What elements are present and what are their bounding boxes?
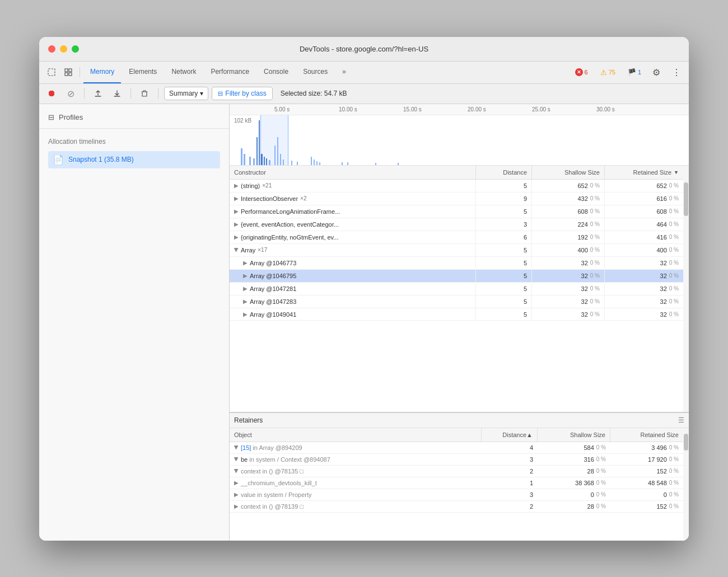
scrollbar-thumb[interactable] [684,434,688,451]
expand-icon[interactable]: ▶ [243,285,248,292]
expand-icon[interactable]: ▶ [234,221,239,227]
td-distance: 5 [476,283,532,295]
table-row[interactable]: ▶ Array @1049041 5 320 % 320 % [230,308,683,321]
error-badge-red[interactable]: ✕ 6 [572,67,591,77]
expand-icon[interactable]: ▶ [234,491,239,498]
sort-down-icon: ▼ [674,170,679,175]
th-shallow-size[interactable]: Shallow Size [532,166,605,179]
expand-icon[interactable]: ▶ [243,273,248,279]
table-row[interactable]: ▶ Array @1047283 5 320 % 320 % [230,295,683,308]
expand-icon[interactable]: ▶ [234,182,239,189]
upload-button[interactable] [90,86,106,101]
expand-icon[interactable]: ▶ [243,298,248,304]
retainer-row[interactable]: ▶ __chromium_devtools_kill_t 1 38 3680 %… [230,477,683,489]
td-retained: 4640 % [605,218,683,231]
rth-distance[interactable]: Distance▲ [482,428,538,442]
retainers-menu-icon[interactable]: ☰ [678,416,684,424]
scrollbar-thumb[interactable] [684,182,688,216]
retainers-label: Retainers [234,416,263,424]
expand-icon[interactable]: ▶ [234,234,239,240]
retainer-row[interactable]: ▶ context in () @78139 □ 2 280 % 1520 % [230,501,683,513]
chart-bar-highlight [266,158,267,165]
trash-button[interactable] [137,86,152,101]
scrollbar-track [683,428,689,541]
expand-icon[interactable]: ▶ [234,445,240,450]
time-label-30s: 30.00 s [596,106,615,112]
table-row[interactable]: ▶ (string) ×21 5 6520 % 6520 % [230,180,683,193]
table-row[interactable]: ▶ Array @1046773 5 320 % 320 % [230,257,683,270]
filter-icon: ⊟ [48,113,54,121]
chart-bar-highlight [259,120,260,165]
table-row[interactable]: ▶ Array ×17 5 4000 % 4000 % [230,244,683,257]
settings-button[interactable]: ⚙ [648,64,664,80]
ret-td-shallow: 280 % [538,501,610,512]
info-badge[interactable]: 🏴 1 [625,67,644,77]
chart-bar [398,163,399,165]
tab-more[interactable]: » [335,62,353,84]
th-retained-size[interactable]: Retained Size ▼ [605,166,683,179]
tab-memory[interactable]: Memory [83,62,121,84]
download-button[interactable] [109,86,125,101]
tab-sources[interactable]: Sources [296,62,334,84]
cursor-icon-btn[interactable] [44,64,59,80]
minimize-button[interactable] [60,45,67,53]
chart-bar [280,154,281,165]
close-button[interactable] [48,45,55,53]
tab-console[interactable]: Console [257,62,295,84]
td-constructor: ▶ {event, eventAction, eventCategor... [230,218,476,231]
th-distance[interactable]: Distance [476,166,532,179]
td-constructor: ▶ (string) ×21 [230,180,476,192]
warning-badge[interactable]: ⚠ 75 [598,67,618,78]
maximize-button[interactable] [72,45,79,53]
svg-rect-0 [48,69,55,76]
summary-button[interactable]: Summary ▾ [164,87,208,100]
retainer-row[interactable]: ▶ value in system / Property 3 00 % 00 % [230,489,683,501]
inspect-icon-btn[interactable] [60,64,76,80]
ret-td-obj: ▶ __chromium_devtools_kill_t [230,477,482,489]
rth-shallow[interactable]: Shallow Size [538,428,610,442]
table-row[interactable]: ▶ PerformanceLongAnimationFrame... 5 608… [230,205,683,218]
more-options-button[interactable]: ⋮ [669,64,684,80]
tab-elements[interactable]: Elements [122,62,164,84]
expand-icon[interactable]: ▶ [234,469,240,473]
rth-retained[interactable]: Retained Size [610,428,683,442]
td-retained: 6520 % [605,180,683,192]
timeline-chart[interactable]: 5.00 s 10.00 s 15.00 s 20.00 s 25.00 s 3… [230,104,689,166]
chart-bar [291,161,292,165]
expand-icon[interactable]: ▶ [234,208,239,214]
chart-bar [283,160,284,165]
chart-bar [311,157,312,165]
table-row[interactable]: ▶ {originatingEntity, noGtmEvent, ev... … [230,231,683,244]
expand-icon[interactable]: ▶ [234,248,240,252]
td-distance: 5 [476,180,532,192]
retainers-scrollbar[interactable] [683,428,689,541]
stop-button[interactable]: ⊘ [63,86,78,101]
snapshot-item[interactable]: 📄 Snapshot 1 (35.8 MB) [48,151,220,168]
table-row[interactable]: ▶ {event, eventAction, eventCategor... 3… [230,218,683,231]
chart-bar [319,162,320,165]
table-row[interactable]: ▶ Array @1047281 5 320 % 320 % [230,283,683,295]
filter-icon: ⊟ [218,90,223,97]
expand-icon[interactable]: ▶ [243,260,248,266]
td-shallow: 6520 % [532,180,605,192]
tab-performance[interactable]: Performance [204,62,256,84]
retainer-row[interactable]: ▶ context in () @78135 □ 2 280 % 1520 % [230,466,683,477]
tab-network[interactable]: Network [165,62,203,84]
retainer-row[interactable]: ▶ be in system / Context @894087 3 3160 … [230,454,683,466]
expand-icon[interactable]: ▶ [243,311,248,317]
retainer-row[interactable]: ▶ [15] in Array @894209 4 5840 % 3 4960 … [230,442,683,454]
title-bar: DevTools - store.google.com/?hl=en-US [39,37,689,62]
expand-icon[interactable]: ▶ [234,457,240,462]
expand-icon[interactable]: ▶ [234,195,239,201]
expand-icon[interactable]: ▶ [234,480,239,486]
table-row-selected[interactable]: ▶ Array @1046795 5 320 % 320 % [230,270,683,283]
filter-by-class-button[interactable]: ⊟ Filter by class [212,87,272,100]
record-button[interactable]: ⏺ [44,86,59,101]
table-row[interactable]: ▶ IntersectionObserver ×2 9 4320 % 6160 … [230,193,683,205]
expand-icon[interactable]: ▶ [234,503,239,509]
chevron-down-icon: ▾ [200,90,203,97]
table-scrollbar[interactable] [683,166,689,412]
chart-bar [253,158,255,165]
time-label-20s: 20.00 s [468,106,486,112]
chart-bar [314,160,315,165]
